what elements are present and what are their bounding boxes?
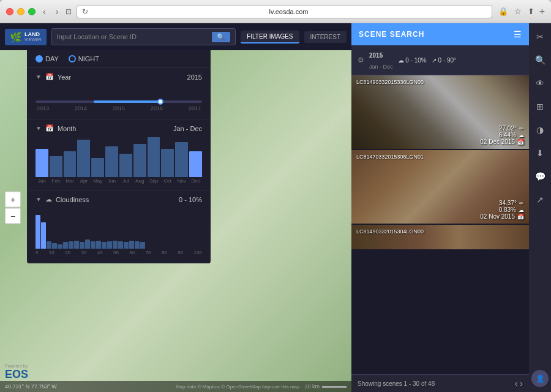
month-bar: [161, 149, 174, 177]
night-label: NIGHT: [78, 55, 99, 62]
cloudiness-section-header[interactable]: ▼ ☁ Cloudiness 0 - 10%: [27, 190, 211, 208]
interest-tab[interactable]: INTEREST: [304, 31, 347, 43]
traffic-lights: [6, 8, 36, 15]
year-slider[interactable]: 2013 2014 2015 2016 2017: [27, 86, 211, 119]
cloud-x-label: 20: [65, 250, 70, 255]
cloud-bar: [102, 242, 107, 249]
cloud-bar: [96, 241, 101, 249]
month-chart[interactable]: JanFebMarAprMayJunJulAugSepOctNovDec: [27, 137, 211, 190]
contrast-button[interactable]: ◑: [531, 121, 549, 138]
download-button[interactable]: ⬇: [531, 145, 549, 162]
month-bar: [50, 156, 62, 177]
cloudiness-value: 0 - 10%: [179, 196, 202, 203]
refresh-button[interactable]: ↻: [82, 7, 88, 16]
calendar-stat-icon: 📅: [517, 214, 524, 220]
cloud-bar: [41, 222, 46, 249]
map-background: 🌿 LAND VIEWER Input Location or Scene ID…: [0, 23, 351, 392]
location-search[interactable]: Input Location or Scene ID 🔍: [51, 28, 236, 45]
month-bar-col[interactable]: Mar: [64, 151, 77, 184]
close-button[interactable]: [6, 8, 13, 15]
day-radio[interactable]: DAY: [36, 55, 59, 62]
year-handle[interactable]: [157, 99, 163, 105]
year-value: 2015: [187, 74, 202, 81]
month-bar-col[interactable]: Dec: [189, 151, 202, 184]
cloud-x-label: 100: [194, 250, 202, 255]
scene-menu-button[interactable]: ☰: [514, 29, 522, 39]
logo-text: LAND: [24, 32, 42, 37]
forward-button[interactable]: ›: [53, 6, 61, 18]
new-tab-button[interactable]: +: [539, 6, 545, 17]
chat-button[interactable]: 💬: [531, 168, 549, 185]
scene-angle-filter: ↗ 0 - 90°: [432, 57, 456, 64]
month-bar-col[interactable]: Sep: [148, 137, 160, 184]
scene-item[interactable]: LC81490332015336LGN00 27.02° ✏ 6.44% ☁: [351, 75, 529, 149]
cloud-x-label: 0: [36, 250, 38, 255]
scene-item[interactable]: LC81470332015306LGN01 34.37° ✏ 0.83% ☁: [351, 150, 529, 224]
zoom-tool-button[interactable]: 🔍: [531, 51, 549, 69]
cloud-stat-icon: ☁: [519, 207, 524, 213]
month-bar-col[interactable]: Jul: [119, 154, 132, 184]
month-bar-col[interactable]: Apr: [77, 140, 90, 184]
zoom-in-button[interactable]: +: [5, 192, 21, 208]
right-toolbar: ✂ 🔍 👁 ⊞ ◑ ⬇ 💬 ↗ 👤: [529, 23, 551, 392]
cloud-x-labels: 0102030405060708090100: [36, 249, 202, 257]
month-bar-col[interactable]: Jan: [36, 149, 48, 184]
date-stat: 02 Dec 2015 📅: [480, 138, 524, 145]
user-profile-button[interactable]: 👤: [531, 370, 549, 387]
zoom-out-button[interactable]: −: [5, 208, 21, 224]
month-bar-col[interactable]: Jun: [105, 146, 118, 184]
year-track: [36, 100, 202, 103]
year-section-header[interactable]: ▼ 📅 Year 2015: [27, 68, 211, 86]
back-button[interactable]: ‹: [40, 6, 48, 18]
share-icon[interactable]: ⬆: [527, 6, 536, 17]
logo: 🌿 LAND VIEWER: [5, 29, 47, 45]
window-restore-button[interactable]: ⊡: [66, 7, 72, 16]
scene-id: LC81490332015304LGN00: [356, 228, 424, 235]
next-page-button[interactable]: ›: [520, 379, 523, 388]
bookmark-icon[interactable]: ☆: [513, 6, 523, 17]
cloud-value: 6.44%: [499, 132, 516, 138]
cloudiness-chart[interactable]: 0102030405060708090100: [27, 208, 211, 263]
month-section-header[interactable]: ▼ 📅 Month Jan - Dec: [27, 119, 211, 137]
month-bar-label: Sep: [149, 178, 158, 184]
map-scale: 20 km: [304, 383, 320, 390]
filter-settings-icon[interactable]: ⚙: [358, 56, 364, 64]
layers-button[interactable]: ⊞: [531, 98, 549, 115]
maximize-button[interactable]: [28, 8, 36, 15]
cloud-bar-chart: [36, 212, 202, 249]
browser-window: ‹ › ⊡ ↻ lv.eosda.com 🔒 ☆ ⬆ + 🌿 LAND: [0, 0, 551, 392]
scene-cloud-filter: ☁ 0 - 10%: [398, 57, 427, 64]
year-max-label: 2017: [189, 105, 201, 111]
address-bar[interactable]: ↻ lv.eosda.com: [77, 5, 492, 18]
search-placeholder: Input Location or Scene ID: [57, 33, 209, 40]
month-bar-label: Feb: [51, 178, 60, 184]
scene-item[interactable]: LC81490332015304LGN00: [351, 225, 529, 250]
filter-images-tab[interactable]: FILTER IMAGES: [241, 31, 299, 43]
map-attribution: Map data © Mapbox © OpenStreetMap Improv…: [176, 384, 300, 390]
month-bar-col[interactable]: Oct: [161, 149, 174, 184]
prev-page-button[interactable]: ‹: [515, 379, 518, 388]
cloud-x-label: 40: [97, 250, 103, 255]
shield-icon[interactable]: 🔒: [497, 6, 509, 17]
scene-search-title: SCENE SEARCH: [359, 30, 424, 39]
minimize-button[interactable]: [17, 8, 24, 15]
share-button[interactable]: ↗: [531, 191, 549, 208]
night-radio[interactable]: NIGHT: [69, 55, 99, 62]
month-bar-col[interactable]: Nov: [175, 142, 188, 184]
month-value: Jan - Dec: [173, 125, 202, 132]
month-bar-col[interactable]: May: [91, 158, 104, 184]
scene-date-filter: 2015 Jan - Dec: [369, 49, 393, 71]
cloud-bar: [80, 242, 84, 249]
coordinates-text: 40.731° N 77.753° W: [5, 383, 57, 390]
month-bar-col[interactable]: Feb: [50, 156, 62, 184]
month-bar-col[interactable]: Aug: [133, 144, 146, 184]
cloud-value: 0.83%: [499, 206, 516, 213]
scissors-tool-button[interactable]: ✂: [531, 28, 549, 45]
logo-icon: 🌿: [10, 31, 22, 43]
search-button[interactable]: 🔍: [212, 32, 230, 42]
month-bar-label: Jan: [38, 178, 46, 184]
eye-tool-button[interactable]: 👁: [531, 75, 549, 92]
cloud-bar: [118, 241, 123, 249]
angle-icon: ✏: [519, 200, 524, 206]
month-bar: [64, 151, 77, 177]
